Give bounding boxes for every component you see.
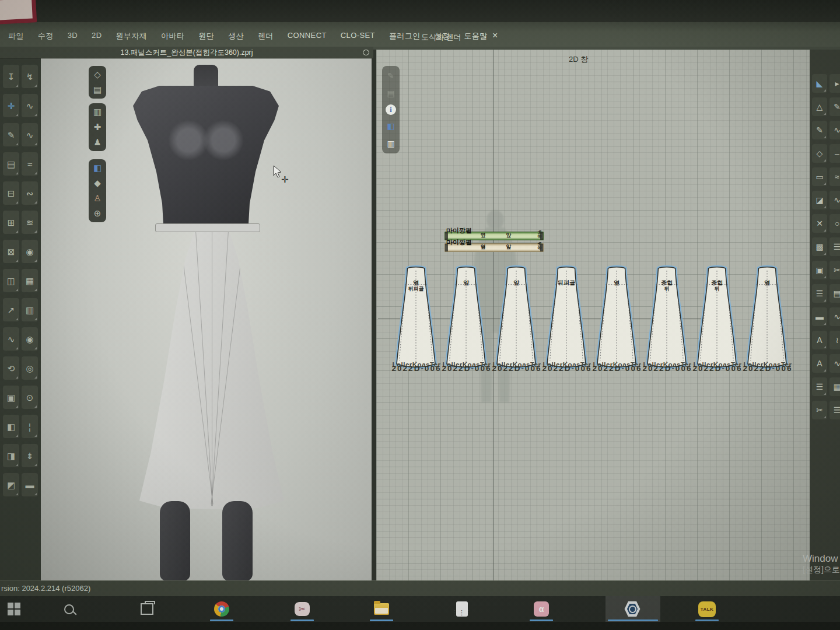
chrome-app[interactable]	[209, 600, 235, 618]
sewing-machine-seg-icon[interactable]: ⊞	[3, 211, 19, 234]
sewing-check-icon[interactable]: ≋	[22, 211, 38, 234]
sewing-curve-icon[interactable]: ∿	[22, 94, 38, 117]
pattern-panel-7[interactable]: 중힙 뒤 LollerKoasTer 2022D-006	[696, 266, 737, 369]
shirts-pair-icon[interactable]: ◧	[3, 415, 19, 438]
pattern-panel-1[interactable]: 옆 뒤펴골 LollerKoasTer 2022D-006	[396, 266, 436, 369]
pattern-panel-4[interactable]: 뒤펴골 LollerKoasTer 2022D-006	[546, 266, 587, 369]
view-cube-icon[interactable]: ◇	[91, 68, 104, 81]
render-shade-icon[interactable]: ◆	[91, 177, 104, 190]
fabric-roll-icon[interactable]: ◉	[22, 240, 38, 263]
menu-avatar[interactable]: 아바타	[161, 31, 184, 41]
pin-icon[interactable]: ✚	[91, 121, 104, 134]
panel-collapse-icon[interactable]: ↘	[481, 32, 487, 40]
menu-trims[interactable]: 원부자재	[116, 31, 147, 41]
swatch-shirt-icon[interactable]: ▦	[22, 269, 38, 292]
fold-cylinder-icon[interactable]: ◩	[3, 473, 19, 496]
start-button[interactable]	[1, 600, 27, 618]
show-garment-icon[interactable]: ▥	[91, 106, 104, 118]
clipped-tool-icon-12[interactable]: ≀	[830, 331, 840, 349]
menu-production[interactable]: 생산	[228, 31, 244, 41]
capture-app[interactable]: α	[528, 600, 554, 618]
pen-curve-icon[interactable]: ✎	[3, 123, 19, 146]
cut-sew-icon[interactable]: ✂	[812, 401, 827, 419]
clipped-tool-icon-7[interactable]: ○	[830, 214, 840, 233]
thread-curve-icon[interactable]: ∿	[3, 327, 19, 351]
edit-pen-icon[interactable]: ✎	[384, 69, 397, 82]
snip-app[interactable]: ✂	[289, 600, 315, 618]
pattern-panel-2[interactable]: 앞 LollerKoasTer 2022D-006	[446, 266, 487, 369]
simulate-icon[interactable]: ↧	[3, 65, 19, 88]
vest-machine-icon[interactable]: ◫	[3, 269, 19, 292]
open-project-icon[interactable]: ⟲	[3, 356, 19, 380]
rect-pattern-icon[interactable]: ▭	[812, 167, 827, 186]
sewing-machine-icon[interactable]: ⊟	[3, 181, 19, 205]
pattern-panel-5[interactable]: 옆 LollerKoasTer 2022D-006	[596, 266, 637, 369]
needle-icon[interactable]: ↗	[3, 298, 19, 321]
select-move-icon[interactable]: ✛	[3, 94, 19, 117]
waistband-pattern-beige[interactable]: 마이깡펼 옆앞뒤중	[444, 243, 544, 252]
edit-pattern-icon[interactable]: △	[812, 97, 827, 116]
fabric-swatch-icon[interactable]: ◧	[384, 120, 397, 132]
pattern-panel-6[interactable]: 중힙 뒤 LollerKoasTer 2022D-006	[646, 266, 687, 369]
garment-skirt-3d[interactable]	[130, 225, 294, 509]
pleats-icon[interactable]: ☰	[812, 377, 827, 396]
globe-icon[interactable]: ⊕	[91, 207, 104, 220]
clipped-tool-icon-1[interactable]: ▸	[830, 74, 840, 93]
clipped-tool-icon-5[interactable]: ≈	[830, 167, 840, 186]
pattern-panel-8[interactable]: 옆 LollerKoasTer 2022D-006	[747, 266, 788, 369]
zipper-icon[interactable]: ¦	[22, 415, 38, 438]
zipper-stop-icon[interactable]: ⇟	[22, 444, 38, 467]
file-tab[interactable]: 13.패널스커트_완성본(접힘각도360).zprj	[76, 48, 298, 58]
trace-icon[interactable]: ▩	[812, 237, 827, 256]
menu-3d[interactable]: 3D	[68, 31, 78, 41]
clo3d-app[interactable]	[620, 600, 645, 618]
mannequin-torso[interactable]	[133, 86, 279, 229]
clipped-tool-icon-13[interactable]: ∿	[830, 354, 840, 373]
polygon-pattern-icon[interactable]: ◇	[812, 144, 827, 163]
clipped-tool-icon-2[interactable]: ✎	[830, 97, 840, 116]
panel-close-icon[interactable]: ×	[492, 30, 498, 41]
mannequin-head-icon[interactable]: ♙	[91, 192, 104, 205]
menu-fabric[interactable]: 원단	[198, 31, 214, 41]
roll-fabric-icon[interactable]: ▬	[22, 473, 38, 496]
clipped-tool-icon-11[interactable]: ∿	[830, 307, 840, 326]
dart-icon[interactable]: ◪	[812, 191, 827, 209]
pen-polygon-icon[interactable]: ✎	[812, 121, 827, 139]
menu-edit[interactable]: 수정	[38, 31, 54, 41]
clipped-tool-icon-3[interactable]: ∿	[830, 121, 840, 139]
fabric-book-icon[interactable]: ◧	[91, 162, 104, 174]
pin-garment-icon[interactable]: ▤	[91, 83, 104, 96]
avatar-walk-icon[interactable]: ↯	[22, 65, 38, 88]
menu-connect[interactable]: CONNECT	[288, 31, 327, 41]
ruler-icon[interactable]: ☰	[812, 284, 827, 303]
pane-divider[interactable]	[372, 50, 376, 580]
button-icon[interactable]: ◉	[22, 327, 38, 351]
clipped-tool-icon-4[interactable]: ‒	[830, 144, 840, 163]
menu-2d[interactable]: 2D	[92, 31, 102, 41]
seam-allowance-icon[interactable]: ▣	[812, 261, 827, 279]
buttonhole-icon[interactable]: ⊙	[22, 386, 38, 409]
clipped-tool-icon-9[interactable]: ✂	[830, 261, 840, 279]
clipped-tool-icon-6[interactable]: ∿	[830, 191, 840, 209]
pattern-panel-3[interactable]: 앞 LollerKoasTer 2022D-006	[496, 266, 537, 369]
text-style-icon[interactable]: A	[812, 354, 827, 373]
menu-clo-set[interactable]: CLO-SET	[341, 31, 375, 41]
jacket-icon[interactable]: ▣	[3, 386, 19, 409]
text-tool-icon[interactable]: A	[812, 331, 827, 349]
menu-file[interactable]: 파일	[8, 31, 24, 41]
pattern-shirt-icon[interactable]: ▥	[384, 137, 397, 150]
file-explorer-app[interactable]	[369, 600, 394, 618]
clipped-tool-icon-10[interactable]: ▤	[830, 284, 840, 303]
transform-pattern-icon[interactable]: ◣	[812, 74, 827, 93]
info-icon[interactable]: i	[386, 104, 396, 115]
garment-waistband-3d[interactable]	[155, 223, 260, 232]
show-avatar-icon[interactable]: ♟	[91, 136, 104, 149]
clipped-tool-icon-8[interactable]: ☰	[830, 237, 840, 256]
task-view-button[interactable]	[134, 600, 160, 618]
clipped-tool-icon-15[interactable]: ☰	[830, 401, 840, 419]
tape-measure-icon[interactable]: ▬	[812, 307, 827, 326]
sewing-edit-icon[interactable]: ∿	[22, 123, 38, 146]
menu-plugin[interactable]: 플러그인	[389, 31, 421, 41]
sewing-detach-icon[interactable]: ∾	[22, 181, 38, 205]
notch-icon[interactable]: ✕	[812, 214, 827, 233]
